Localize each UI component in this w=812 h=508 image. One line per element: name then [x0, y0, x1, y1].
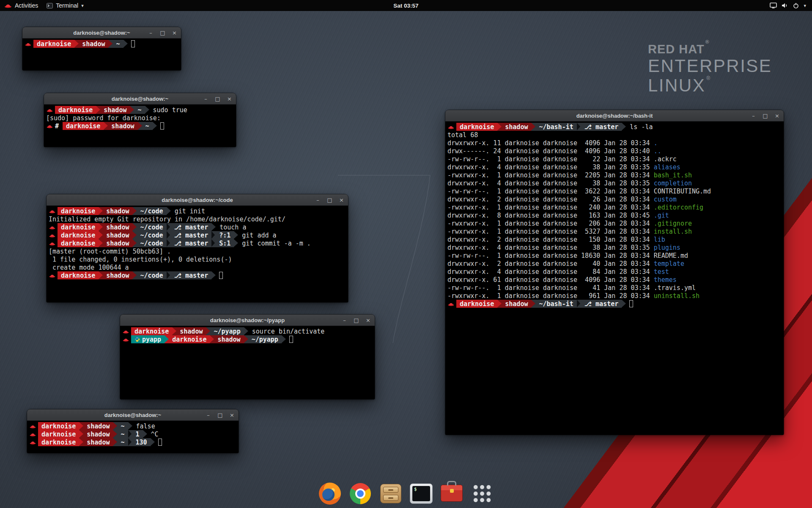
- chevron-down-icon: ▾: [804, 3, 806, 8]
- window-titlebar[interactable]: darknoise@shadow:~ – □ ×: [27, 409, 239, 421]
- terminal-line: -rw-rw-r--. 1 darknoise darknoise 41 Jan…: [447, 284, 782, 292]
- prompt-segment: ~/code: [137, 207, 166, 215]
- powerline-separator-icon: [99, 231, 103, 239]
- command-text: git add a: [238, 232, 276, 239]
- terminal-output: drwxrwxr-x. 4 darknoise darknoise 38 Jan…: [447, 244, 654, 251]
- terminal-cursor: [131, 40, 135, 47]
- terminal-line: 1 file changed, 0 insertions(+), 0 delet…: [49, 255, 346, 263]
- dock-item-app-grid[interactable]: [470, 482, 494, 505]
- terminal-content[interactable]: darknoiseshadow~/code git initInitialize…: [47, 206, 348, 302]
- maximize-button[interactable]: □: [160, 30, 165, 36]
- command-text: touch a: [216, 224, 246, 231]
- close-button[interactable]: ×: [774, 113, 780, 119]
- terminal-output: drwx------. 24 darknoise darknoise 4096 …: [447, 147, 654, 155]
- maximize-button[interactable]: □: [215, 96, 220, 102]
- maximize-button[interactable]: □: [354, 318, 359, 323]
- redhat-icon: [49, 241, 55, 246]
- window-title: darknoise@shadow:~: [73, 30, 130, 36]
- window-controls: – □ ×: [148, 27, 177, 38]
- terminal-content[interactable]: darknoiseshadow~ sudo true[sudo] passwor…: [44, 105, 236, 147]
- window-titlebar[interactable]: darknoise@shadow:~/bash-it – □ ×: [445, 110, 784, 121]
- clock[interactable]: Sat 03:57: [393, 3, 418, 9]
- file-name: plugins: [654, 244, 680, 251]
- powerline-separator-icon: [234, 239, 238, 247]
- dock-item-terminal[interactable]: [409, 482, 433, 505]
- minimize-button[interactable]: –: [148, 30, 154, 36]
- dock-item-firefox[interactable]: [318, 482, 342, 505]
- powerline-separator-icon: [211, 239, 216, 247]
- firefox-icon: [319, 483, 341, 505]
- terminal-line: drwxrwxr-x. 61 darknoise darknoise 4096 …: [447, 276, 782, 284]
- window-titlebar[interactable]: darknoise@shadow:~ – □ ×: [22, 27, 181, 39]
- redhat-icon: [49, 273, 55, 278]
- minimize-button[interactable]: –: [342, 318, 347, 323]
- terminal-content[interactable]: darknoiseshadow~/pyapp source bin/activa…: [120, 326, 375, 399]
- minimize-button[interactable]: –: [315, 197, 321, 203]
- close-button[interactable]: ×: [172, 30, 177, 36]
- close-button[interactable]: ×: [339, 197, 344, 203]
- close-button[interactable]: ×: [365, 318, 371, 323]
- redhat-icon: [25, 42, 31, 46]
- terminal-line: -rw-rw-r--. 1 darknoise darknoise 22 Jan…: [447, 155, 782, 163]
- prompt-segment: darknoise: [58, 239, 99, 247]
- terminal-line: darknoiseshadow~/code⎇ master: [49, 271, 346, 279]
- prompt-segment: ~/bash-it: [535, 123, 576, 131]
- maximize-button[interactable]: □: [217, 412, 223, 418]
- prompt-segment: shadow: [79, 40, 108, 48]
- dock-item-toolbox[interactable]: [440, 482, 464, 505]
- prompt-segment: darknoise: [456, 123, 497, 131]
- prompt-segment: 130: [132, 438, 151, 446]
- minimize-button[interactable]: –: [203, 96, 208, 102]
- file-name: install.sh: [654, 228, 692, 235]
- redhat-logo-icon: [4, 3, 12, 8]
- activities-label: Activities: [15, 2, 38, 9]
- terminal-output: create mode 100644 a: [49, 264, 129, 271]
- terminal-content[interactable]: darknoiseshadow~: [22, 39, 181, 70]
- maximize-button[interactable]: □: [763, 113, 768, 119]
- minimize-button[interactable]: –: [751, 113, 756, 119]
- close-button[interactable]: ×: [229, 412, 235, 418]
- terminal-output: -rwxrwxr-x. 1 darknoise darknoise 240 Ja…: [447, 204, 654, 211]
- activities-button[interactable]: Activities: [0, 0, 42, 11]
- window-titlebar[interactable]: darknoise@shadow:~/pyapp – □ ×: [120, 315, 375, 326]
- terminal-output: drwxrwxr-x. 8 darknoise darknoise 163 Ja…: [447, 212, 654, 219]
- terminal-output: Initialized empty Git repository in /hom…: [49, 215, 285, 223]
- terminal-content[interactable]: darknoiseshadow~ falsedarknoiseshadow~1 …: [27, 421, 239, 453]
- dock: [318, 482, 494, 505]
- window-titlebar[interactable]: darknoise@shadow:~ – □ ×: [44, 93, 236, 105]
- powerline-separator-icon: [167, 207, 171, 215]
- powerline-separator-icon: [244, 335, 248, 343]
- maximize-button[interactable]: □: [327, 197, 332, 203]
- window-title: darknoise@shadow:~/bash-it: [576, 113, 653, 119]
- app-menu-terminal[interactable]: Terminal ▾: [42, 0, 88, 11]
- redhat-icon: [49, 209, 55, 213]
- terminal-line: -rwxrwxr-x. 1 darknoise darknoise 5327 J…: [447, 227, 782, 235]
- powerline-separator-icon: [244, 327, 248, 335]
- window-titlebar[interactable]: darknoise@shadow:~/code – □ ×: [47, 194, 348, 206]
- dock-item-chrome[interactable]: [348, 482, 372, 505]
- terminal-output: [master (root-commit) 50bcb63] .: [49, 248, 171, 255]
- prompt-segment: darknoise: [63, 122, 104, 130]
- dock-item-files[interactable]: [379, 482, 403, 505]
- powerline-separator-icon: [108, 40, 112, 48]
- window-controls: – □ ×: [203, 93, 232, 104]
- prompt-segment: shadow: [103, 207, 132, 215]
- prompt-segment: darknoise: [38, 422, 79, 430]
- app-menu-label: Terminal: [56, 2, 78, 9]
- system-status-area[interactable]: ▾: [765, 0, 810, 11]
- minimize-button[interactable]: –: [206, 412, 211, 418]
- terminal-line: [sudo] password for darknoise:: [46, 114, 234, 122]
- close-button[interactable]: ×: [227, 96, 232, 102]
- prompt-segment: darknoise: [33, 40, 74, 48]
- terminal-line: darknoiseshadow~ false: [29, 422, 236, 430]
- terminal-line: drwxrwxr-x. 4 darknoise darknoise 38 Jan…: [447, 243, 782, 251]
- terminal-line: drwxrwxr-x. 2 darknoise darknoise 150 Ja…: [447, 235, 782, 243]
- terminal-output: -rwxrwxr-x. 1 darknoise darknoise 206 Ja…: [447, 220, 654, 227]
- file-name: uninstall.sh: [654, 292, 700, 300]
- terminal-content[interactable]: darknoiseshadow~/bash-it⎇ master ls -lat…: [445, 121, 784, 435]
- prompt-segment: shadow: [83, 430, 113, 438]
- terminal-cursor: [289, 336, 293, 343]
- file-name: bash_it.sh: [654, 171, 692, 179]
- network-icon: [770, 3, 777, 8]
- terminal-line: -rwxrwxr-x. 1 darknoise darknoise 961 Ja…: [447, 292, 782, 300]
